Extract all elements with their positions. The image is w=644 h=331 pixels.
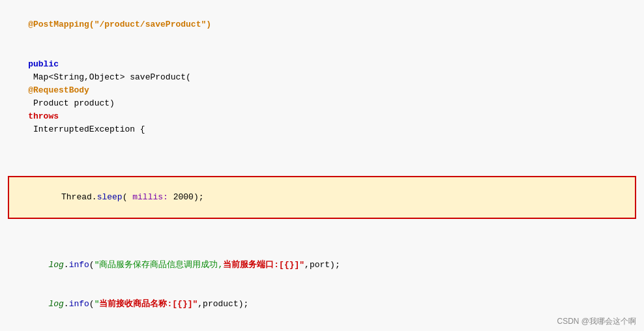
map-decl-line: Map<String, Object> map = new HashMap<St…	[8, 324, 636, 331]
log1-log: log	[28, 260, 64, 270]
log1-open: (	[89, 260, 95, 270]
watermark: CSDN @我哪会这个啊	[557, 316, 636, 327]
sleep-class: Thread.	[41, 192, 97, 202]
log2-rest: ,product);	[198, 299, 248, 309]
annotation-text: @PostMapping("/product/saveProduct")	[28, 20, 211, 29]
sleep-line: Thread.sleep( millis: 2000);	[8, 150, 636, 246]
log2-line: log.info("当前接收商品名称:[{}]",product);	[8, 285, 636, 324]
public-kw: public	[28, 59, 59, 69]
sleep-param: millis:	[132, 192, 168, 202]
request-body-annotation: @RequestBody	[28, 85, 89, 95]
annotation-line: @PostMapping("/product/saveProduct")	[8, 5, 636, 44]
log1-line: log.info("商品服务保存商品信息调用成功,当前服务端口:[{}]",po…	[8, 246, 636, 285]
method-sig-line: public Map<String,Object> saveProduct( @…	[8, 44, 636, 149]
method-params: Product product)	[28, 98, 119, 108]
method-return-type: Map<String,Object> saveProduct(	[28, 72, 191, 82]
sleep-highlighted: Thread.sleep( millis: 2000);	[8, 176, 636, 219]
sleep-params: (	[123, 192, 133, 202]
log1-info: info	[69, 260, 89, 270]
throws-keyword: throws	[28, 111, 59, 121]
log1-str1b: 当前服务端口:[{}]"	[223, 260, 304, 270]
log1-dot: .	[64, 260, 69, 270]
log2-dot: .	[64, 299, 69, 309]
log2-open: (	[89, 299, 95, 309]
log2-info: info	[69, 299, 89, 309]
log2-chinese: 当前接收商品名称:[{}]"	[99, 299, 198, 309]
log2-log: log	[28, 299, 64, 309]
log1-str1: "商品服务保存商品信息调用成功,	[95, 260, 224, 270]
throws-rest: InterruptedException {	[28, 124, 145, 134]
log1-comma: ,port);	[304, 260, 340, 270]
sleep-method: sleep	[97, 192, 123, 202]
sleep-value: 2000);	[168, 192, 204, 202]
code-section: @PostMapping("/product/saveProduct") pub…	[0, 0, 644, 331]
